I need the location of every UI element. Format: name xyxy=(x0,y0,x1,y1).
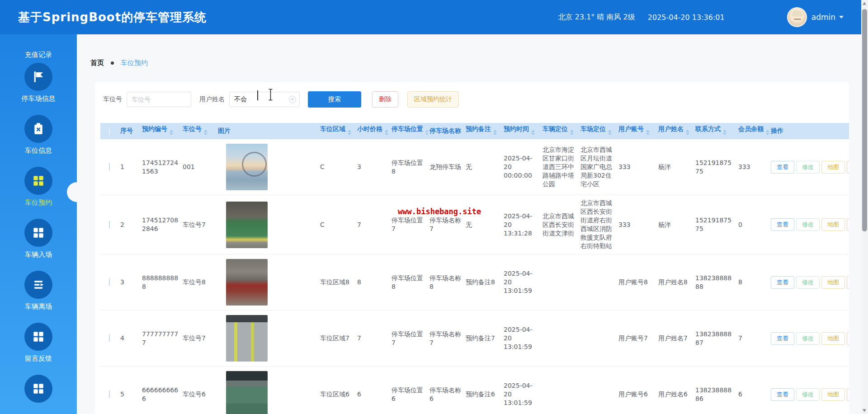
parking-red-floor-photo[interactable] xyxy=(226,259,268,306)
sidebar-item-vehicle-entry[interactable]: 车辆入场 xyxy=(24,219,52,259)
delete-row-button[interactable]: 删除 xyxy=(847,332,849,345)
scrollbar-thumb[interactable] xyxy=(862,9,867,231)
page-scrollbar[interactable] xyxy=(861,0,868,414)
edit-button[interactable]: 修改 xyxy=(796,161,820,174)
chevron-down-icon[interactable] xyxy=(839,16,844,19)
delete-button[interactable]: 删除 xyxy=(372,91,398,108)
cell-lot-location: 停车场位置8 xyxy=(390,254,428,310)
view-button[interactable]: 查看 xyxy=(771,388,794,401)
column-header-balance[interactable]: 会员余额 xyxy=(736,123,769,139)
edit-button[interactable]: 修改 xyxy=(796,276,820,289)
sort-icon[interactable] xyxy=(766,128,769,137)
column-header-booking_no[interactable]: 预约编号 xyxy=(140,123,181,139)
clear-input-icon[interactable]: ✕ xyxy=(289,96,296,103)
user-avatar[interactable] xyxy=(787,7,807,27)
area-stats-button[interactable]: 区域预约统计 xyxy=(407,91,459,108)
column-header-lot_location[interactable]: 停车场位置 xyxy=(390,123,428,139)
sort-icon[interactable] xyxy=(531,128,535,137)
column-header-area[interactable]: 车位区域 xyxy=(318,123,355,139)
column-header-label: 图片 xyxy=(218,127,231,134)
select-all-checkbox[interactable] xyxy=(109,127,110,135)
map-button[interactable]: 地图 xyxy=(821,332,845,345)
space-no-input[interactable] xyxy=(127,92,191,107)
breadcrumb-home[interactable]: 首页 xyxy=(90,59,104,67)
row-checkbox[interactable] xyxy=(109,221,110,229)
sort-icon[interactable] xyxy=(170,128,173,137)
row-checkbox[interactable] xyxy=(109,278,110,286)
sidebar-item-label: 充值记录 xyxy=(25,51,52,59)
cell-booking-no: 1745127082846 xyxy=(140,195,181,254)
sort-icon[interactable] xyxy=(608,128,612,137)
column-header-phone[interactable]: 联系方式 xyxy=(693,123,736,139)
view-button[interactable]: 查看 xyxy=(771,332,794,345)
sidebar-item-parking-space-info[interactable]: 车位信息 xyxy=(24,115,52,155)
scroll-up-arrow-icon[interactable] xyxy=(863,2,866,5)
view-button[interactable]: 查看 xyxy=(771,218,794,231)
sort-icon[interactable] xyxy=(385,128,388,137)
delete-row-button[interactable]: 删除 xyxy=(847,218,849,231)
cell-index: 1 xyxy=(118,139,140,195)
map-button[interactable]: 地图 xyxy=(821,276,845,289)
row-checkbox[interactable] xyxy=(109,390,110,398)
scroll-down-arrow-icon[interactable] xyxy=(863,409,866,412)
cell-actions: 查看修改地图删除 xyxy=(769,139,849,195)
edit-button[interactable]: 修改 xyxy=(796,218,820,231)
delete-row-button[interactable]: 删除 xyxy=(847,161,849,174)
cell-checkbox xyxy=(100,139,118,195)
sidebar-item-label: 车辆离场 xyxy=(25,302,52,311)
column-header-vehicle_loc[interactable]: 车辆定位 xyxy=(541,123,579,139)
sidebar-item-parking-lot-info[interactable]: 停车场信息 xyxy=(22,63,56,103)
sort-icon[interactable] xyxy=(686,128,689,137)
cell-photo xyxy=(216,367,318,414)
map-button[interactable]: 地图 xyxy=(821,388,845,401)
sort-icon[interactable] xyxy=(348,128,351,137)
sidebar-item-space-reservation[interactable]: 车位预约 xyxy=(24,167,52,207)
sidebar-item-vehicle-exit[interactable]: 车辆离场 xyxy=(24,271,52,311)
cell-area: C xyxy=(318,195,355,254)
cell-time: 2025-04-20 13:01:59 xyxy=(502,310,541,367)
cell-hour-price: 3 xyxy=(355,139,390,195)
row-checkbox[interactable] xyxy=(109,163,110,171)
username-text[interactable]: admin xyxy=(811,13,835,22)
row-checkbox[interactable] xyxy=(109,334,110,342)
column-header-time[interactable]: 预约时间 xyxy=(502,123,541,139)
delete-row-button[interactable]: 删除 xyxy=(847,388,849,401)
garage-green-floor-photo[interactable] xyxy=(226,371,268,414)
map-button[interactable]: 地图 xyxy=(821,161,845,174)
sort-icon[interactable] xyxy=(204,128,208,137)
garage-green-lane-photo[interactable] xyxy=(226,202,268,248)
cell-remark: 预约备注8 xyxy=(464,254,502,310)
cell-space-no: 车位号7 xyxy=(181,195,216,254)
sort-icon[interactable] xyxy=(493,128,497,137)
column-header-parking_loc[interactable]: 车场定位 xyxy=(579,123,617,139)
sidebar-item-more-bottom[interactable] xyxy=(24,375,52,403)
sort-icon[interactable] xyxy=(570,128,574,137)
column-header-hour_price[interactable]: 小时价格 xyxy=(355,123,390,139)
garage-pillars-photo[interactable] xyxy=(226,315,268,362)
view-button[interactable]: 查看 xyxy=(771,276,794,289)
sort-icon[interactable] xyxy=(646,128,650,137)
bridge-sunset-photo[interactable] xyxy=(226,144,268,190)
cell-checkbox xyxy=(100,367,118,414)
edit-button[interactable]: 修改 xyxy=(796,332,820,345)
sidebar-item-message-feedback[interactable]: 留言反馈 xyxy=(24,323,52,363)
edit-button[interactable]: 修改 xyxy=(796,388,820,401)
column-header-label: 序号 xyxy=(120,127,133,134)
sort-icon[interactable] xyxy=(425,128,428,137)
cell-user-name: 杨洋 xyxy=(656,195,693,254)
search-toolbar: 车位号 用户姓名 ✕ 搜索 删除 区域预约统计 xyxy=(103,91,844,108)
cell-time: 2025-04-20 13:01:59 xyxy=(502,367,541,414)
column-header-space_no[interactable]: 车位号 xyxy=(181,123,216,139)
delete-row-button[interactable]: 删除 xyxy=(847,276,849,289)
sidebar-item-recharge-records[interactable]: 充值记录 xyxy=(25,47,52,59)
column-header-label: 用户姓名 xyxy=(658,125,684,132)
map-button[interactable]: 地图 xyxy=(821,218,845,231)
sort-icon[interactable] xyxy=(723,128,726,137)
search-button[interactable]: 搜索 xyxy=(308,91,361,108)
column-header-label: 小时价格 xyxy=(357,125,382,132)
column-header-name[interactable]: 用户姓名 xyxy=(656,123,693,139)
column-header-checkbox xyxy=(100,123,118,139)
column-header-account[interactable]: 用户账号 xyxy=(617,123,656,139)
view-button[interactable]: 查看 xyxy=(771,161,794,174)
column-header-remark[interactable]: 预约备注 xyxy=(464,123,502,139)
